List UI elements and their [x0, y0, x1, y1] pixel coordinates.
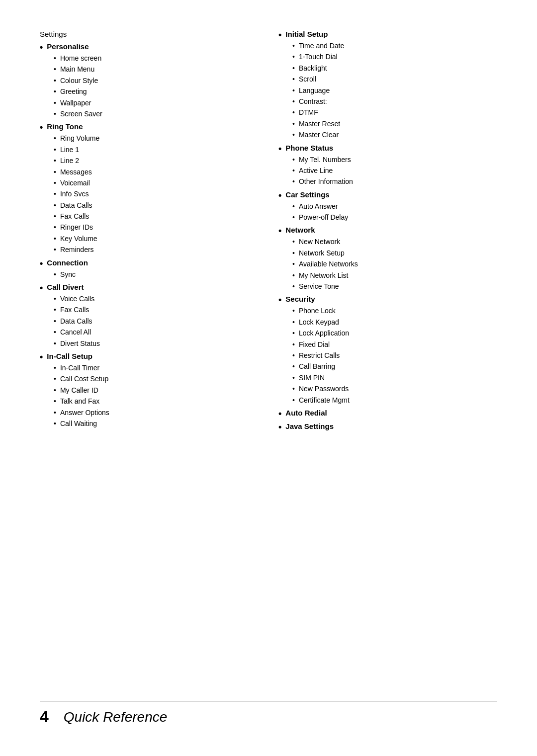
- sub-list-item: In-Call Timer: [54, 362, 259, 373]
- page: Settings PersonaliseHome screenMain Menu…: [0, 0, 537, 756]
- left-column: Settings PersonaliseHome screenMain Menu…: [40, 30, 268, 435]
- page-number: 4: [40, 708, 49, 726]
- sub-list-item: Lock Keypad: [292, 317, 497, 328]
- section-heading: Settings: [40, 30, 259, 38]
- item-label: Initial Setup: [278, 30, 497, 40]
- sub-list-item: Colour Style: [54, 75, 259, 86]
- sub-list-item: Sync: [54, 269, 259, 280]
- list-item: Car SettingsAuto AnswerPower-off Delay: [278, 190, 497, 223]
- sub-list-item: Info Svcs: [54, 188, 259, 199]
- sub-list-item: Fax Calls: [54, 211, 259, 222]
- sub-list-item: Key Volume: [54, 233, 259, 244]
- sub-list-item: Ring Volume: [54, 133, 259, 144]
- footer-divider: [40, 701, 497, 701]
- right-column: Initial SetupTime and Date1-Touch DialBa…: [268, 30, 497, 435]
- list-item: Auto Redial: [278, 409, 497, 419]
- item-label: Phone Status: [278, 144, 497, 154]
- sub-list-item: Call Cost Setup: [54, 373, 259, 384]
- right-main-list: Initial SetupTime and Date1-Touch DialBa…: [278, 30, 497, 432]
- footer-title: Quick Reference: [64, 709, 168, 725]
- item-label: Auto Redial: [278, 409, 497, 419]
- sub-list-item: Reminders: [54, 244, 259, 255]
- item-label: Car Settings: [278, 190, 497, 201]
- sub-list-item: Master Reset: [292, 118, 497, 129]
- sub-list-item: Ringer IDs: [54, 222, 259, 233]
- sub-list-item: Master Clear: [292, 129, 497, 140]
- sub-list-item: My Caller ID: [54, 385, 259, 396]
- sub-list-item: Certificate Mgmt: [292, 395, 497, 406]
- sub-list-item: Auto Answer: [292, 201, 497, 212]
- sub-list-item: Power-off Delay: [292, 212, 497, 223]
- sub-list-item: Backlight: [292, 63, 497, 74]
- sub-list-item: Messages: [54, 167, 259, 177]
- sub-list-item: Line 2: [54, 155, 259, 166]
- sub-list-item: 1-Touch Dial: [292, 51, 497, 62]
- item-label: Ring Tone: [40, 122, 259, 133]
- sub-list-item: Divert Status: [54, 338, 259, 349]
- sub-list: Phone LockLock KeypadLock ApplicationFix…: [292, 305, 497, 406]
- sub-list-item: Home screen: [54, 53, 259, 64]
- sub-list-item: Restrict Calls: [292, 350, 497, 361]
- sub-list: Time and Date1-Touch DialBacklightScroll…: [292, 40, 497, 141]
- item-label: Connection: [40, 258, 259, 269]
- sub-list: My Tel. NumbersActive LineOther Informat…: [292, 154, 497, 187]
- sub-list: Auto AnswerPower-off Delay: [292, 201, 497, 223]
- sub-list: In-Call TimerCall Cost SetupMy Caller ID…: [54, 362, 259, 429]
- sub-list-item: Data Calls: [54, 316, 259, 327]
- sub-list-item: Main Menu: [54, 64, 259, 75]
- sub-list-item: Answer Options: [54, 407, 259, 418]
- sub-list-item: Talk and Fax: [54, 396, 259, 407]
- sub-list: Sync: [54, 269, 259, 280]
- sub-list-item: Phone Lock: [292, 305, 497, 316]
- sub-list-item: Voice Calls: [54, 293, 259, 304]
- sub-list-item: Call Waiting: [54, 418, 259, 429]
- sub-list-item: Scroll: [292, 74, 497, 84]
- item-label: Network: [278, 226, 497, 236]
- sub-list-item: DTMF: [292, 107, 497, 118]
- sub-list-item: Wallpaper: [54, 97, 259, 108]
- sub-list-item: Language: [292, 85, 497, 96]
- list-item: SecurityPhone LockLock KeypadLock Applic…: [278, 295, 497, 406]
- sub-list-item: New Passwords: [292, 383, 497, 394]
- list-item: Phone StatusMy Tel. NumbersActive LineOt…: [278, 144, 497, 187]
- item-label: Java Settings: [278, 422, 497, 432]
- sub-list-item: Greeting: [54, 86, 259, 97]
- sub-list-item: New Network: [292, 236, 497, 247]
- sub-list: Ring VolumeLine 1Line 2MessagesVoicemail…: [54, 133, 259, 255]
- sub-list-item: Data Calls: [54, 200, 259, 211]
- item-label: Personalise: [40, 42, 259, 53]
- sub-list-item: Lock Application: [292, 328, 497, 338]
- sub-list-item: SIM PIN: [292, 372, 497, 383]
- sub-list-item: Fax Calls: [54, 304, 259, 315]
- sub-list-item: Active Line: [292, 165, 497, 176]
- list-item: Call DivertVoice CallsFax CallsData Call…: [40, 283, 259, 349]
- list-item: PersonaliseHome screenMain MenuColour St…: [40, 42, 259, 119]
- list-item: ConnectionSync: [40, 258, 259, 280]
- left-main-list: PersonaliseHome screenMain MenuColour St…: [40, 42, 259, 429]
- sub-list-item: Contrast:: [292, 96, 497, 107]
- sub-list-item: Screen Saver: [54, 108, 259, 119]
- sub-list-item: Time and Date: [292, 40, 497, 51]
- list-item: Initial SetupTime and Date1-Touch DialBa…: [278, 30, 497, 141]
- sub-list-item: My Tel. Numbers: [292, 154, 497, 165]
- content-area: Settings PersonaliseHome screenMain Menu…: [40, 30, 497, 435]
- sub-list-item: Service Tone: [292, 281, 497, 292]
- sub-list-item: My Network List: [292, 270, 497, 281]
- sub-list: Home screenMain MenuColour StyleGreeting…: [54, 53, 259, 119]
- sub-list-item: Network Setup: [292, 248, 497, 258]
- list-item: Ring ToneRing VolumeLine 1Line 2Messages…: [40, 122, 259, 255]
- sub-list-item: Available Networks: [292, 258, 497, 269]
- sub-list-item: Other Information: [292, 176, 497, 187]
- item-label: Security: [278, 295, 497, 305]
- list-item: Java Settings: [278, 422, 497, 432]
- sub-list-item: Line 1: [54, 144, 259, 155]
- page-footer: 4 Quick Reference: [40, 708, 497, 726]
- sub-list-item: Call Barring: [292, 361, 497, 372]
- sub-list-item: Voicemail: [54, 177, 259, 188]
- sub-list-item: Cancel All: [54, 327, 259, 337]
- item-label: In-Call Setup: [40, 352, 259, 362]
- sub-list-item: Fixed Dial: [292, 339, 497, 350]
- list-item: In-Call SetupIn-Call TimerCall Cost Setu…: [40, 352, 259, 429]
- sub-list: New NetworkNetwork SetupAvailable Networ…: [292, 236, 497, 292]
- item-label: Call Divert: [40, 283, 259, 293]
